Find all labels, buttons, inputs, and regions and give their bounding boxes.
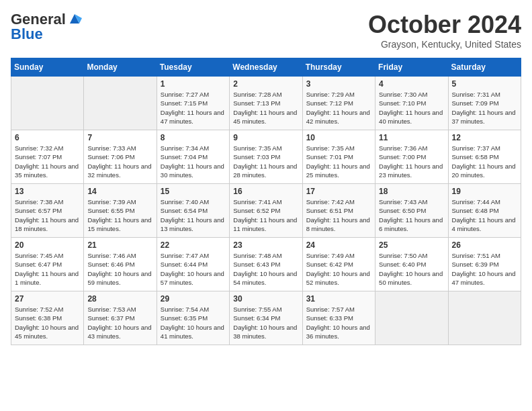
calendar-cell: 15Sunrise: 7:40 AM Sunset: 6:54 PM Dayli… — [157, 184, 229, 238]
calendar-cell: 30Sunrise: 7:55 AM Sunset: 6:34 PM Dayli… — [230, 291, 302, 345]
calendar-cell: 24Sunrise: 7:49 AM Sunset: 6:42 PM Dayli… — [302, 238, 375, 291]
calendar-cell: 7Sunrise: 7:33 AM Sunset: 7:06 PM Daylig… — [84, 130, 157, 184]
calendar-cell: 13Sunrise: 7:38 AM Sunset: 6:57 PM Dayli… — [11, 184, 84, 238]
calendar-cell — [84, 77, 157, 130]
day-number: 2 — [233, 79, 298, 89]
day-number: 17 — [306, 187, 371, 196]
day-number: 18 — [379, 187, 444, 196]
calendar-cell: 18Sunrise: 7:43 AM Sunset: 6:50 PM Dayli… — [375, 184, 448, 238]
location: Grayson, Kentucky, United States — [368, 39, 521, 50]
calendar-cell: 17Sunrise: 7:42 AM Sunset: 6:51 PM Dayli… — [302, 184, 375, 238]
logo-blue: Blue — [11, 26, 43, 43]
day-number: 16 — [233, 187, 298, 196]
day-info: Sunrise: 7:41 AM Sunset: 6:52 PM Dayligh… — [233, 197, 298, 233]
day-number: 23 — [233, 240, 298, 250]
calendar-cell — [11, 77, 84, 130]
calendar-cell: 8Sunrise: 7:34 AM Sunset: 7:04 PM Daylig… — [157, 130, 229, 184]
day-number: 5 — [452, 79, 517, 89]
calendar-cell: 14Sunrise: 7:39 AM Sunset: 6:55 PM Dayli… — [84, 184, 157, 238]
day-info: Sunrise: 7:53 AM Sunset: 6:37 PM Dayligh… — [87, 305, 152, 340]
calendar-cell: 28Sunrise: 7:53 AM Sunset: 6:37 PM Dayli… — [84, 291, 157, 345]
day-number: 25 — [379, 240, 444, 250]
day-info: Sunrise: 7:46 AM Sunset: 6:46 PM Dayligh… — [87, 251, 152, 287]
calendar-header-row: SundayMondayTuesdayWednesdayThursdayFrid… — [11, 58, 521, 77]
day-info: Sunrise: 7:50 AM Sunset: 6:40 PM Dayligh… — [379, 251, 444, 287]
day-info: Sunrise: 7:36 AM Sunset: 7:00 PM Dayligh… — [379, 144, 444, 179]
calendar-cell: 16Sunrise: 7:41 AM Sunset: 6:52 PM Dayli… — [230, 184, 302, 238]
day-info: Sunrise: 7:30 AM Sunset: 7:10 PM Dayligh… — [379, 90, 444, 126]
calendar-cell — [375, 291, 448, 345]
day-info: Sunrise: 7:38 AM Sunset: 6:57 PM Dayligh… — [15, 197, 80, 233]
day-number: 1 — [161, 79, 226, 89]
day-info: Sunrise: 7:28 AM Sunset: 7:13 PM Dayligh… — [233, 90, 298, 126]
day-header-friday: Friday — [375, 58, 448, 77]
day-number: 11 — [379, 133, 444, 142]
day-header-thursday: Thursday — [302, 58, 375, 77]
day-info: Sunrise: 7:27 AM Sunset: 7:15 PM Dayligh… — [161, 90, 226, 126]
day-number: 15 — [161, 187, 226, 196]
day-number: 29 — [161, 294, 226, 304]
logo-icon — [67, 11, 82, 26]
day-number: 12 — [452, 133, 517, 142]
calendar-cell: 1Sunrise: 7:27 AM Sunset: 7:15 PM Daylig… — [157, 77, 229, 130]
calendar-cell: 19Sunrise: 7:44 AM Sunset: 6:48 PM Dayli… — [448, 184, 521, 238]
day-number: 7 — [87, 133, 152, 142]
day-info: Sunrise: 7:55 AM Sunset: 6:34 PM Dayligh… — [233, 305, 298, 340]
day-number: 26 — [452, 240, 517, 250]
calendar-cell: 9Sunrise: 7:35 AM Sunset: 7:03 PM Daylig… — [230, 130, 302, 184]
day-header-monday: Monday — [84, 58, 157, 77]
calendar-week-3: 13Sunrise: 7:38 AM Sunset: 6:57 PM Dayli… — [11, 184, 521, 238]
calendar-cell — [448, 291, 521, 345]
day-info: Sunrise: 7:40 AM Sunset: 6:54 PM Dayligh… — [161, 197, 226, 233]
calendar-cell: 6Sunrise: 7:32 AM Sunset: 7:07 PM Daylig… — [11, 130, 84, 184]
day-info: Sunrise: 7:43 AM Sunset: 6:50 PM Dayligh… — [379, 197, 444, 233]
day-number: 20 — [15, 240, 80, 250]
calendar-cell: 23Sunrise: 7:48 AM Sunset: 6:43 PM Dayli… — [230, 238, 302, 291]
calendar-cell: 11Sunrise: 7:36 AM Sunset: 7:00 PM Dayli… — [375, 130, 448, 184]
calendar-cell: 5Sunrise: 7:31 AM Sunset: 7:09 PM Daylig… — [448, 77, 521, 130]
day-number: 9 — [233, 133, 298, 142]
day-info: Sunrise: 7:35 AM Sunset: 7:03 PM Dayligh… — [233, 144, 298, 179]
day-number: 28 — [87, 294, 152, 304]
calendar-cell: 3Sunrise: 7:29 AM Sunset: 7:12 PM Daylig… — [302, 77, 375, 130]
day-number: 10 — [306, 133, 371, 142]
month-title: October 2024 — [368, 11, 521, 39]
day-info: Sunrise: 7:57 AM Sunset: 6:33 PM Dayligh… — [306, 305, 371, 340]
calendar-cell: 25Sunrise: 7:50 AM Sunset: 6:40 PM Dayli… — [375, 238, 448, 291]
day-info: Sunrise: 7:31 AM Sunset: 7:09 PM Dayligh… — [452, 90, 517, 126]
calendar-cell: 10Sunrise: 7:35 AM Sunset: 7:01 PM Dayli… — [302, 130, 375, 184]
page-header: General Blue October 2024 Grayson, Kentu… — [11, 11, 521, 50]
calendar-cell: 31Sunrise: 7:57 AM Sunset: 6:33 PM Dayli… — [302, 291, 375, 345]
day-info: Sunrise: 7:48 AM Sunset: 6:43 PM Dayligh… — [233, 251, 298, 287]
title-block: October 2024 Grayson, Kentucky, United S… — [368, 11, 521, 50]
calendar-week-5: 27Sunrise: 7:52 AM Sunset: 6:38 PM Dayli… — [11, 291, 521, 345]
day-number: 22 — [161, 240, 226, 250]
day-info: Sunrise: 7:37 AM Sunset: 6:58 PM Dayligh… — [452, 144, 517, 179]
day-number: 30 — [233, 294, 298, 304]
day-number: 3 — [306, 79, 371, 89]
day-info: Sunrise: 7:45 AM Sunset: 6:47 PM Dayligh… — [15, 251, 80, 287]
day-number: 19 — [452, 187, 517, 196]
calendar-cell: 22Sunrise: 7:47 AM Sunset: 6:44 PM Dayli… — [157, 238, 229, 291]
day-info: Sunrise: 7:51 AM Sunset: 6:39 PM Dayligh… — [452, 251, 517, 287]
calendar-week-4: 20Sunrise: 7:45 AM Sunset: 6:47 PM Dayli… — [11, 238, 521, 291]
day-info: Sunrise: 7:49 AM Sunset: 6:42 PM Dayligh… — [306, 251, 371, 287]
day-number: 27 — [15, 294, 80, 304]
day-number: 21 — [87, 240, 152, 250]
day-info: Sunrise: 7:34 AM Sunset: 7:04 PM Dayligh… — [161, 144, 226, 179]
calendar-cell: 20Sunrise: 7:45 AM Sunset: 6:47 PM Dayli… — [11, 238, 84, 291]
day-info: Sunrise: 7:33 AM Sunset: 7:06 PM Dayligh… — [87, 144, 152, 179]
day-number: 31 — [306, 294, 371, 304]
day-number: 13 — [15, 187, 80, 196]
day-number: 24 — [306, 240, 371, 250]
calendar-week-2: 6Sunrise: 7:32 AM Sunset: 7:07 PM Daylig… — [11, 130, 521, 184]
day-number: 4 — [379, 79, 444, 89]
day-info: Sunrise: 7:42 AM Sunset: 6:51 PM Dayligh… — [306, 197, 371, 233]
calendar-table: SundayMondayTuesdayWednesdayThursdayFrid… — [11, 58, 521, 345]
day-number: 14 — [87, 187, 152, 196]
day-info: Sunrise: 7:54 AM Sunset: 6:35 PM Dayligh… — [161, 305, 226, 340]
calendar-cell: 27Sunrise: 7:52 AM Sunset: 6:38 PM Dayli… — [11, 291, 84, 345]
day-number: 6 — [15, 133, 80, 142]
calendar-week-1: 1Sunrise: 7:27 AM Sunset: 7:15 PM Daylig… — [11, 77, 521, 130]
calendar-cell: 26Sunrise: 7:51 AM Sunset: 6:39 PM Dayli… — [448, 238, 521, 291]
